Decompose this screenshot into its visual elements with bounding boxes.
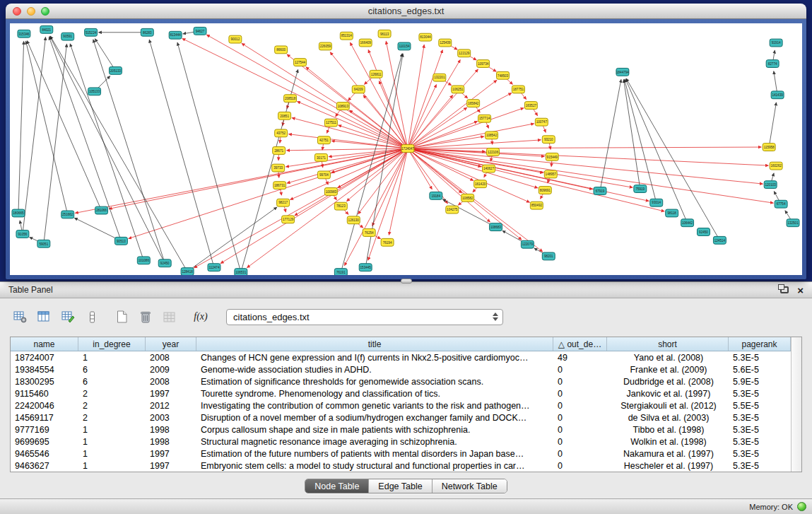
graph-node[interactable]: 39733 <box>272 164 285 172</box>
graph-node[interactable]: 851314 <box>340 32 353 40</box>
tab-node-table[interactable]: Node Table <box>305 479 368 493</box>
table-row[interactable]: 946362711997Embryonic stem cells: a mode… <box>11 460 791 472</box>
graph-node[interactable]: 76254 <box>363 229 375 237</box>
column-header-name[interactable]: name <box>11 337 78 351</box>
graph-node[interactable]: 78123 <box>334 202 347 210</box>
graph-node[interactable]: 1724047 <box>401 145 414 153</box>
graph-node[interactable]: 106442 <box>681 219 694 227</box>
graph-node[interactable]: 67754 <box>775 200 787 208</box>
graph-node[interactable]: 187751 <box>512 86 524 93</box>
graph-node[interactable]: 315346 <box>18 30 30 37</box>
graph-node[interactable]: 120103 <box>764 181 777 189</box>
column-header-in_degree[interactable]: in_degree <box>78 337 146 351</box>
graph-node[interactable]: 82774 <box>766 60 779 68</box>
network-titlebar[interactable]: citations_edges.txt <box>6 4 806 19</box>
graph-node[interactable]: 59051 <box>37 240 50 247</box>
graph-node[interactable]: 251662 <box>61 211 74 218</box>
graph-node[interactable]: 20851 <box>278 112 291 119</box>
graph-node[interactable]: 205133 <box>109 66 122 74</box>
graph-node[interactable]: 94209 <box>352 86 365 93</box>
graph-node[interactable]: 180665 <box>12 209 25 217</box>
graph-node[interactable]: 115958 <box>763 144 775 151</box>
close-panel-icon[interactable]: × <box>797 285 804 296</box>
graph-node[interactable]: 915449 <box>546 153 558 160</box>
column-header-out_degree[interactable]: △ out_de… <box>553 337 607 351</box>
graph-node[interactable]: 813044 <box>419 33 432 41</box>
graph-node[interactable]: 106251 <box>452 86 464 93</box>
graph-node[interactable]: 186731 <box>273 182 286 189</box>
function-builder-button[interactable]: f(x) <box>189 308 212 326</box>
graph-node[interactable]: 748503 <box>497 71 510 79</box>
graph-node[interactable]: 127544 <box>294 59 307 66</box>
graph-node[interactable]: 112474 <box>208 264 220 271</box>
graph-node[interactable]: 19184 <box>430 192 442 199</box>
table-row[interactable]: 977716911998Corpus callosum shape and si… <box>11 424 791 436</box>
graph-node[interactable]: 122129 <box>458 49 471 57</box>
graph-node[interactable]: 93014 <box>650 199 663 206</box>
table-row[interactable]: 1456911722003Disruption of a novel membe… <box>11 411 791 424</box>
graph-node[interactable]: 86283 <box>141 28 153 36</box>
table-row[interactable]: 969969511998Structural magnetic resonanc… <box>11 436 791 448</box>
graph-node[interactable]: 42751 <box>317 136 330 144</box>
graph-node[interactable]: 100983 <box>324 188 337 196</box>
delete-table-button[interactable] <box>136 308 155 326</box>
graph-node[interactable]: 165842 <box>467 100 480 107</box>
graph-node[interactable]: 86600 <box>275 46 288 54</box>
graph-node[interactable]: 161420 <box>474 180 487 188</box>
graph-node[interactable]: 84021 <box>40 25 53 33</box>
graph-node[interactable]: 90591 <box>61 33 74 40</box>
graph-node[interactable]: 90012 <box>229 35 242 43</box>
graph-node[interactable]: 132501 <box>787 219 799 227</box>
float-panel-icon[interactable] <box>780 286 789 293</box>
graph-node[interactable]: 98217 <box>277 199 290 206</box>
column-header-title[interactable]: title <box>196 337 553 351</box>
tab-edge-table[interactable]: Edge Table <box>368 479 431 493</box>
table-vertical-scrollbar[interactable] <box>791 337 801 472</box>
graph-node[interactable]: 99704 <box>317 171 330 179</box>
import-table-button[interactable] <box>160 308 180 326</box>
table-row[interactable]: 1938455462009Genome-wide association stu… <box>11 363 791 375</box>
network-canvas[interactable]: 3153468402190591515224862838134449462790… <box>10 23 802 275</box>
graph-node[interactable]: 91056 <box>16 230 29 238</box>
row-options-button[interactable] <box>82 308 102 326</box>
graph-node[interactable]: 100747 <box>535 118 548 126</box>
table-row[interactable]: 2242004622012Investigating the contribut… <box>11 399 791 411</box>
table-row[interactable]: 911546021997Tourette syndrome. Phenomeno… <box>11 387 791 399</box>
column-header-pagerank[interactable]: pagerank <box>729 337 791 351</box>
graph-node[interactable]: 177129 <box>282 216 295 223</box>
graph-node[interactable]: 515224 <box>85 28 98 36</box>
graph-node[interactable]: 153445 <box>359 264 372 271</box>
graph-node[interactable]: 94627 <box>194 27 206 35</box>
graph-node[interactable]: 141439 <box>771 91 784 99</box>
new-table-button[interactable] <box>112 308 131 326</box>
graph-node[interactable]: 126811 <box>370 70 382 78</box>
graph-node[interactable]: 108582 <box>461 194 474 201</box>
graph-node[interactable]: 1844794 <box>616 68 629 76</box>
graph-node[interactable]: 124514 <box>713 236 726 244</box>
graph-node[interactable]: 850492 <box>530 201 543 209</box>
table-settings-button[interactable] <box>10 308 30 326</box>
graph-node[interactable]: 157714 <box>478 115 491 122</box>
tab-network-table[interactable]: Network Table <box>432 479 507 493</box>
graph-node[interactable]: 75919 <box>634 185 647 193</box>
graph-node[interactable]: 76194 <box>381 238 394 246</box>
graph-node[interactable]: 125439 <box>439 39 452 47</box>
graph-node[interactable]: 126130 <box>347 216 360 224</box>
column-header-short[interactable]: short <box>607 337 729 351</box>
graph-node[interactable]: 67919 <box>594 187 606 195</box>
graph-node[interactable]: 122079 <box>521 240 534 248</box>
graph-node[interactable]: 208518 <box>284 95 297 103</box>
edit-table-button[interactable] <box>58 308 78 326</box>
panel-resize-handle[interactable] <box>401 279 412 284</box>
graph-node[interactable]: 128418 <box>181 268 194 275</box>
graph-node[interactable]: 108683 <box>490 223 502 231</box>
graph-node[interactable]: 76191 <box>334 269 347 275</box>
graph-node[interactable]: 104275 <box>446 206 459 214</box>
graph-node[interactable]: 108542 <box>486 132 498 139</box>
graph-node[interactable]: 105133 <box>88 88 101 95</box>
graph-node[interactable]: 98118 <box>666 209 678 217</box>
graph-node[interactable]: 163527 <box>524 102 537 110</box>
graph-node[interactable]: 91914 <box>770 39 782 47</box>
graph-node[interactable]: 43752 <box>275 129 288 137</box>
table-row[interactable]: 1872400712008Changes of HCN gene express… <box>11 351 791 363</box>
